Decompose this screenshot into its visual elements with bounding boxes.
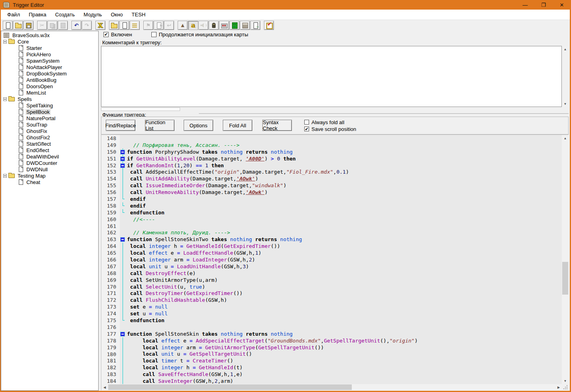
collapse-icon[interactable] (3, 40, 7, 44)
tree-item-dwdcounter[interactable]: DWDCounter (1, 160, 98, 166)
comment-scrollbar[interactable]: ▲ ▼ (562, 46, 569, 107)
collapse-icon[interactable] (3, 174, 7, 178)
menu-создать[interactable]: Создать (51, 10, 79, 19)
tree-item-noattackplayer[interactable]: NoAttackPlayer (1, 64, 98, 70)
line-number: 174 (101, 310, 120, 317)
pane-splitter[interactable] (101, 107, 180, 111)
script-editor-button[interactable] (188, 21, 198, 30)
tree-item-doorsopen[interactable]: DoorsOpen (1, 83, 98, 89)
menu-правка[interactable]: Правка (24, 10, 51, 19)
trigger-doc-icon (19, 45, 23, 51)
function-list-button[interactable]: Function List (145, 120, 174, 131)
menu-модуль[interactable]: Модуль (79, 10, 106, 19)
trigger-doc-icon (19, 154, 23, 159)
code-text: local unit u = GetSpellTargetUnit() (127, 350, 252, 357)
enabled-checkbox[interactable]: ✔ (103, 32, 109, 37)
tree-item-cheat[interactable]: Cheat (1, 179, 98, 185)
open-map-button[interactable] (13, 21, 23, 30)
find-replace-button[interactable]: Find/Replace (106, 120, 135, 131)
delete-button[interactable] (95, 21, 105, 30)
new-trigger-button[interactable] (119, 21, 129, 30)
trigger-doc-icon (19, 122, 23, 127)
save-scroll-position-checkbox[interactable]: ✔ (304, 127, 309, 131)
tree-item-starter[interactable]: Starter (1, 45, 98, 51)
tree-folder-core[interactable]: Core (1, 38, 98, 45)
tree-item-dropbooksystem[interactable]: DropBookSystem (1, 70, 98, 77)
tree-folder-spells[interactable]: Spells (1, 96, 98, 102)
tree-item-startgflect[interactable]: StartGflect (1, 141, 98, 147)
tree-item-natureportal[interactable]: NaturePortal (1, 115, 98, 121)
scroll-down-icon[interactable]: ▼ (562, 378, 569, 384)
options-button[interactable]: Options (184, 120, 213, 131)
tree-item-ghostfix[interactable]: GhostFix (1, 128, 98, 134)
new-comment-button[interactable] (130, 21, 140, 30)
close-button[interactable]: ✕ (553, 0, 571, 10)
syntax-check-button[interactable]: Syntax Check (262, 120, 292, 131)
horizontal-scroll-thumb[interactable] (108, 384, 352, 390)
tree-item-soultrap[interactable]: SoulTrap (1, 121, 98, 128)
trigger-doc-icon (19, 83, 23, 89)
trigger-editor-toggle-icon (266, 22, 272, 29)
fold-collapse-marker[interactable] (120, 156, 125, 161)
undo-button[interactable] (71, 21, 81, 30)
fold-collapse-marker[interactable] (120, 332, 125, 337)
maximize-button[interactable]: ❐ (534, 0, 553, 10)
menu-tesh[interactable]: TESH (127, 10, 150, 19)
tree-item-antibookbug[interactable]: AntiBookBug (1, 77, 98, 83)
comment-input[interactable] (101, 46, 562, 107)
tree-item-dealwithdevil[interactable]: DealWithDevil (1, 153, 98, 160)
tree-item-label: AntiBookBug (26, 77, 57, 83)
tree-item-pickahero[interactable]: PickAHero (1, 51, 98, 57)
tree-root[interactable]: BraveSouls.w3x (1, 32, 98, 38)
trigger-doc-icon (19, 160, 23, 166)
menu-окно[interactable]: Окно (106, 10, 127, 19)
tree-item-ghostfix2[interactable]: GhostFix2 (1, 134, 98, 141)
scroll-right-icon[interactable]: ▶ (555, 384, 562, 390)
tree-item-endgflect[interactable]: EndGflect (1, 147, 98, 153)
tree-item-spellbook[interactable]: SpellBook (1, 109, 98, 115)
code-editor[interactable]: 148149 // Порфировая тень, Ассасин. ----… (101, 135, 569, 390)
object-editor-button[interactable] (209, 21, 219, 30)
editor-vertical-scrollbar[interactable]: ▲ ▼ (562, 135, 569, 384)
scroll-up-icon[interactable]: ▲ (562, 135, 569, 141)
trigger-tree[interactable]: BraveSouls.w3xCoreStarterPickAHeroSpawnS… (1, 31, 99, 391)
fold-guide-line (123, 189, 123, 196)
tree-item-dwdnull[interactable]: DWDNull (1, 166, 98, 172)
fold-collapse-marker[interactable] (120, 150, 125, 154)
code-text: function SpellStoneSkinTwo takes nothing… (127, 236, 302, 243)
scroll-left-icon[interactable]: ◀ (101, 384, 108, 390)
object-editor-icon (210, 22, 217, 29)
tree-item-spelltaking[interactable]: SpellTaking (1, 102, 98, 109)
code-text: set e = null (127, 303, 168, 310)
vertical-scroll-thumb[interactable] (562, 262, 568, 295)
resize-grip[interactable] (562, 384, 569, 390)
menu-файл[interactable]: Файл (3, 10, 24, 19)
tree-item-spawnsystem[interactable]: SpawnSystem (1, 57, 98, 64)
save-map-button[interactable] (24, 21, 34, 30)
code-text: // Порфировая тень, Ассасин. ----> (127, 142, 240, 148)
comment-scroll-down-icon[interactable]: ▼ (562, 101, 569, 107)
export-scripts-button[interactable] (250, 21, 260, 30)
paste-button (58, 21, 68, 30)
fold-collapse-marker[interactable] (120, 237, 125, 242)
new-category-button[interactable] (109, 21, 119, 30)
editor-horizontal-scrollbar[interactable]: ◀ ▶ (101, 384, 562, 390)
new-file-button[interactable] (3, 21, 13, 30)
fold-collapse-marker[interactable] (120, 163, 125, 168)
terrain-editor-button[interactable] (178, 21, 188, 30)
minimize-button[interactable]: — (516, 0, 534, 10)
campaign-editor-button[interactable] (219, 21, 229, 30)
code-text: set u = null (127, 310, 168, 317)
code-lines[interactable]: 148149 // Порфировая тень, Ассасин. ----… (101, 135, 562, 384)
line-number: 153 (101, 168, 120, 175)
comment-scroll-up-icon[interactable]: ▲ (562, 46, 569, 52)
trigger-editor-toggle-button[interactable] (264, 21, 274, 30)
tree-folder-testing-map[interactable]: Testing Map (1, 172, 98, 179)
run-on-map-init-checkbox[interactable] (151, 32, 157, 37)
tree-item-memlist[interactable]: MemList (1, 89, 98, 96)
import-manager-button[interactable] (230, 21, 240, 30)
collapse-icon[interactable] (3, 97, 7, 101)
always-fold-all-checkbox[interactable] (304, 120, 309, 125)
fold-all-button[interactable]: Fold All (223, 120, 252, 131)
object-manager-button[interactable] (240, 21, 250, 30)
